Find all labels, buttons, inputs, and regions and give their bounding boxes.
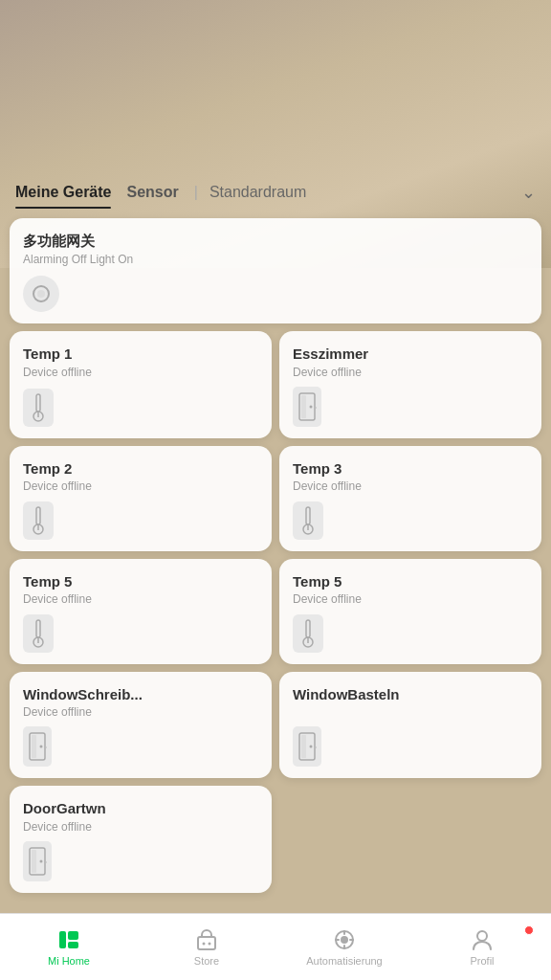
svg-point-1 [37, 290, 45, 298]
device-icon [293, 501, 323, 540]
device-info: WindowSchreib... Device offline [23, 685, 258, 720]
svg-rect-2 [36, 394, 40, 412]
nav-label-store: Store [194, 955, 219, 967]
svg-rect-24 [301, 735, 306, 758]
device-icon-area [23, 841, 258, 881]
device-icon [293, 726, 321, 767]
device-info: Temp 5 Device offline [23, 572, 258, 607]
device-card-d3[interactable]: Esszimmer Device offline [279, 331, 541, 438]
device-status: Device offline [23, 705, 258, 719]
device-info: 多功能网关 Alarming Off Light On [23, 232, 528, 266]
device-status: Device offline [23, 592, 258, 606]
chevron-down-icon[interactable]: ⌄ [521, 182, 536, 203]
svg-point-7 [310, 405, 313, 408]
device-name: WindowBasteln [293, 685, 528, 704]
auto-nav-icon [332, 927, 357, 952]
device-card-d2[interactable]: Temp 1 Device offline [10, 331, 272, 438]
device-icon-area [23, 501, 258, 540]
svg-rect-31 [68, 942, 78, 948]
device-icon-area [293, 726, 528, 767]
tab-separator: | [194, 184, 198, 201]
device-icon [23, 389, 54, 427]
device-icon [293, 614, 323, 653]
device-name: Temp 3 [293, 459, 528, 479]
svg-rect-14 [36, 620, 40, 637]
svg-rect-29 [59, 931, 66, 948]
device-icon-area [23, 389, 258, 427]
device-icon-area [23, 276, 528, 312]
device-icon-area [293, 387, 528, 427]
tab-room[interactable]: Standardraum [209, 184, 306, 201]
nav-label-mi-home: Mi Home [48, 955, 90, 967]
device-icon [23, 276, 59, 312]
device-info: Temp 3 Device offline [293, 459, 528, 494]
device-name: DoorGartwn [23, 799, 258, 818]
profil-badge [524, 925, 534, 935]
device-name: WindowSchreib... [23, 685, 258, 704]
devices-grid: 多功能网关 Alarming Off Light On Temp 1 Devic… [0, 209, 551, 965]
svg-rect-30 [68, 931, 78, 940]
svg-rect-6 [301, 395, 306, 418]
device-name: Temp 5 [293, 572, 528, 591]
svg-point-25 [310, 746, 313, 748]
nav-item-mi-home[interactable]: Mi Home [0, 927, 138, 967]
device-card-d4[interactable]: Temp 2 Device offline [10, 446, 272, 551]
device-icon-area [293, 501, 528, 540]
nav-item-automatisierung[interactable]: Automatisierung [276, 927, 413, 967]
device-info: WindowBasteln [293, 685, 528, 704]
device-name: Temp 5 [23, 572, 258, 591]
tabs-row: Meine Geräte Sensor | Standardraum ⌄ [15, 176, 536, 209]
device-card-d10[interactable]: DoorGartwn Device offline [10, 786, 272, 893]
device-card-d8[interactable]: WindowSchreib... Device offline [10, 672, 272, 779]
profil-nav-icon [470, 927, 495, 952]
device-icon-area [293, 614, 528, 653]
device-status: Device offline [293, 366, 528, 379]
device-icon [293, 387, 321, 427]
device-info: Esszimmer Device offline [293, 345, 528, 379]
nav-label-automatisierung: Automatisierung [306, 955, 383, 967]
device-info: DoorGartwn Device offline [23, 799, 258, 834]
svg-rect-8 [36, 507, 40, 524]
svg-rect-32 [198, 937, 215, 949]
svg-point-28 [40, 859, 43, 862]
device-status: Device offline [23, 820, 258, 834]
device-status: Device offline [293, 479, 528, 493]
svg-rect-11 [306, 507, 310, 524]
device-icon [23, 614, 54, 653]
device-icon [23, 501, 54, 540]
device-info: Temp 1 Device offline [23, 345, 258, 379]
nav-label-profil: Profil [470, 955, 494, 967]
device-info: Temp 2 Device offline [23, 459, 258, 494]
device-status: Device offline [23, 366, 258, 379]
svg-point-37 [477, 931, 487, 941]
device-icon-area [23, 726, 258, 767]
device-icon [23, 841, 52, 881]
tabs-bar: Meine Geräte Sensor | Standardraum ⌄ [0, 176, 551, 209]
svg-point-34 [209, 943, 211, 946]
tab-sensor[interactable]: Sensor [126, 176, 178, 209]
device-name: Esszimmer [293, 345, 528, 364]
device-icon-area [23, 614, 258, 653]
device-status: Device offline [293, 592, 528, 606]
svg-point-22 [40, 746, 43, 748]
home-nav-icon [56, 927, 81, 952]
nav-item-store[interactable]: Store [138, 927, 276, 967]
device-icon [23, 726, 52, 767]
device-name: Temp 1 [23, 345, 258, 364]
svg-rect-21 [32, 735, 36, 758]
device-name: 多功能网关 [23, 232, 528, 251]
tab-meine-geraete[interactable]: Meine Geräte [15, 176, 111, 209]
device-info: Temp 5 Device offline [293, 572, 528, 607]
device-card-d7[interactable]: Temp 5 Device offline [279, 559, 541, 664]
device-subname: Alarming Off Light On [23, 253, 528, 266]
device-name: Temp 2 [23, 459, 258, 479]
nav-item-profil[interactable]: Profil [413, 927, 551, 967]
device-card-d5[interactable]: Temp 3 Device offline [279, 446, 541, 551]
svg-rect-17 [306, 620, 310, 637]
svg-point-33 [203, 943, 206, 946]
bottom-nav: Mi Home Store Automatisierung [0, 913, 551, 980]
device-card-d1[interactable]: 多功能网关 Alarming Off Light On [10, 218, 541, 323]
device-card-d6[interactable]: Temp 5 Device offline [10, 559, 272, 664]
device-status: Device offline [23, 479, 258, 493]
device-card-d9[interactable]: WindowBasteln [279, 672, 541, 779]
